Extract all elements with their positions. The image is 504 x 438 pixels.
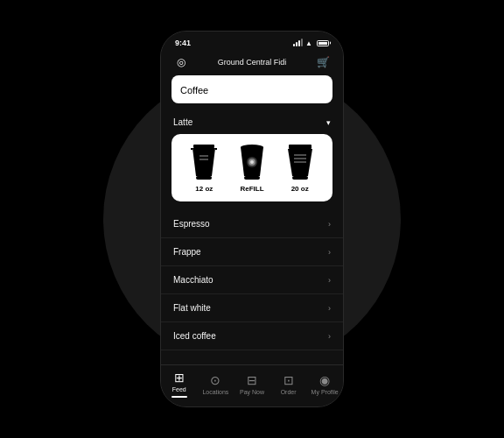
time-display: 9:41 xyxy=(175,39,191,47)
menu-item-label: Espresso xyxy=(173,219,210,229)
svg-rect-1 xyxy=(191,148,192,150)
menu-item-label: Iced coffee xyxy=(173,331,216,341)
svg-rect-5 xyxy=(200,155,208,157)
arrow-icon: › xyxy=(328,332,331,341)
size-label-small: 12 oz xyxy=(195,185,213,193)
pay-now-icon: ⊟ xyxy=(247,373,257,387)
svg-rect-9 xyxy=(244,176,260,180)
profile-icon: ◉ xyxy=(319,373,330,387)
svg-rect-17 xyxy=(294,158,306,159)
size-option-large[interactable]: 20 oz xyxy=(284,143,316,193)
active-indicator xyxy=(172,396,187,398)
menu-item-label: Macchiato xyxy=(173,275,214,285)
svg-rect-15 xyxy=(292,176,308,180)
cup-icon-small xyxy=(188,143,220,181)
arrow-icon: › xyxy=(328,276,331,285)
battery-icon xyxy=(317,40,329,46)
order-icon: ⊡ xyxy=(284,373,294,387)
nav-item-order[interactable]: ⊡ Order xyxy=(275,373,303,395)
size-option-small[interactable]: 12 oz xyxy=(188,143,220,193)
nav-label-order: Order xyxy=(281,389,297,395)
locations-icon: ⊙ xyxy=(210,373,220,387)
size-option-refill[interactable]: ReFILL xyxy=(236,143,268,193)
arrow-icon: › xyxy=(328,248,331,257)
nav-label-pay-now: Pay Now xyxy=(240,389,264,395)
svg-rect-18 xyxy=(294,161,306,163)
category-dropdown[interactable]: Latte ▾ xyxy=(161,112,343,134)
menu-item-macchiato[interactable]: Macchiato › xyxy=(161,266,343,294)
menu-item-label: Flat white xyxy=(173,303,211,313)
header-title: Ground Central Fidi xyxy=(189,58,315,67)
nav-item-locations[interactable]: ⊙ Locations xyxy=(201,373,229,395)
menu-item-flat-white[interactable]: Flat white › xyxy=(161,294,343,322)
svg-rect-4 xyxy=(196,176,212,180)
bottom-nav: ⊞ Feed ⊙ Locations ⊟ Pay Now ⊡ Order ◉ M… xyxy=(161,364,343,406)
svg-rect-6 xyxy=(200,159,208,160)
chevron-down-icon: ▾ xyxy=(326,118,331,127)
menu-item-label: Frappe xyxy=(173,247,201,257)
dropdown-label: Latte xyxy=(173,117,192,127)
cup-icon-refill xyxy=(236,143,268,181)
phone-frame: 9:41 ▲ ◎ Ground Central Fidi 🛒 xyxy=(160,31,344,407)
feed-icon: ⊞ xyxy=(174,371,185,385)
signal-icon xyxy=(293,39,303,46)
size-label-large: 20 oz xyxy=(291,185,309,193)
arrow-icon: › xyxy=(328,304,331,313)
size-selection-card: 12 oz ReFILL xyxy=(172,134,332,201)
svg-rect-16 xyxy=(294,154,306,156)
svg-rect-2 xyxy=(215,148,217,150)
nav-label-locations: Locations xyxy=(202,389,228,395)
menu-item-iced-coffee[interactable]: Iced coffee › xyxy=(161,322,343,350)
nav-item-feed[interactable]: ⊞ Feed xyxy=(165,371,193,398)
svg-point-12 xyxy=(250,160,254,164)
wifi-icon: ▲ xyxy=(305,39,312,47)
status-bar: 9:41 ▲ xyxy=(161,32,343,51)
arrow-icon: › xyxy=(328,220,331,229)
nav-item-pay-now[interactable]: ⊟ Pay Now xyxy=(238,373,266,395)
search-box[interactable]: Coffee xyxy=(172,75,332,103)
menu-list: Espresso › Frappe › Macchiato › Flat whi… xyxy=(161,210,343,364)
status-icons: ▲ xyxy=(293,39,329,47)
size-label-refill: ReFILL xyxy=(240,185,263,193)
svg-marker-3 xyxy=(192,148,215,176)
phone-background: 9:41 ▲ ◎ Ground Central Fidi 🛒 xyxy=(112,18,392,420)
app-header: ◎ Ground Central Fidi 🛒 xyxy=(161,51,343,75)
menu-item-espresso[interactable]: Espresso › xyxy=(161,210,343,238)
svg-rect-13 xyxy=(289,145,312,149)
nav-item-profile[interactable]: ◉ My Profile xyxy=(311,373,339,395)
cart-button[interactable]: 🛒 xyxy=(315,56,331,68)
nav-label-feed: Feed xyxy=(172,386,186,392)
nav-label-profile: My Profile xyxy=(312,389,339,395)
menu-item-frappe[interactable]: Frappe › xyxy=(161,238,343,266)
back-button[interactable]: ◎ xyxy=(173,56,189,68)
cup-icon-large xyxy=(284,143,316,181)
svg-rect-0 xyxy=(193,145,214,148)
search-value: Coffee xyxy=(180,85,208,95)
